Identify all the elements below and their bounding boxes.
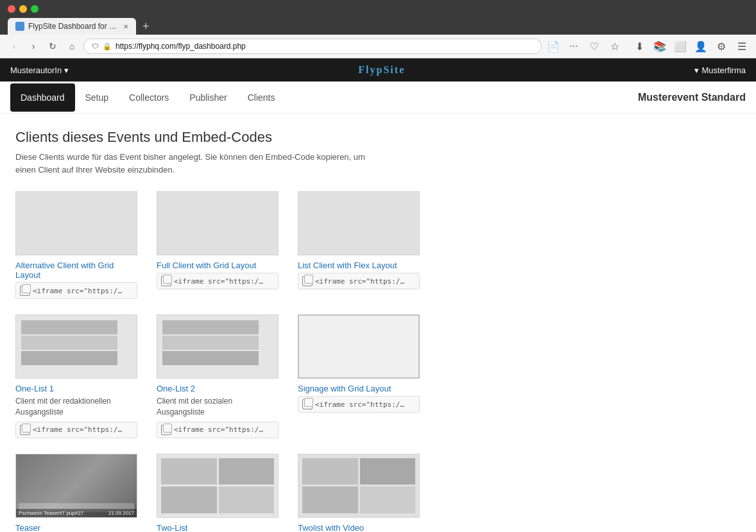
page-title: Clients dieses Events und Embed-Codes	[15, 129, 562, 146]
maximize-window-button[interactable]	[31, 5, 39, 13]
user-dropdown-icon: ▾	[64, 65, 69, 75]
client-thumbnail-one-list-1	[15, 314, 137, 379]
client-name-twolist-video[interactable]: Twolist with Video	[298, 523, 420, 532]
tab-favicon	[15, 22, 24, 31]
tab-collectors[interactable]: Collectors	[119, 83, 179, 112]
thumb-placeholder	[16, 192, 137, 255]
home-button[interactable]: ⌂	[64, 39, 80, 54]
browser-tab-active[interactable]: FlypSite Dashboard for "muste... ✕	[8, 18, 136, 35]
new-tab-button[interactable]: +	[139, 20, 153, 33]
close-window-button[interactable]	[8, 5, 15, 13]
client-thumbnail-twolist-video	[298, 454, 420, 518]
tab-publisher[interactable]: Publisher	[179, 83, 237, 112]
client-thumbnail-alt-grid	[15, 191, 137, 255]
refresh-button[interactable]: ↻	[45, 39, 60, 54]
client-card-list-flex: List Client with Flex Layout <iframe src…	[298, 191, 420, 299]
client-name-alt-grid[interactable]: Alternative Client with Grid Layout	[15, 261, 137, 280]
copy-embed-button-2[interactable]	[302, 276, 313, 286]
brand-name: FlypSite	[358, 64, 405, 75]
window-controls	[8, 5, 39, 13]
copy-embed-button-5[interactable]	[302, 399, 313, 409]
user-name: MusterautorIn	[10, 65, 62, 75]
copy-embed-button-0[interactable]	[20, 286, 30, 296]
account-icon[interactable]: 👤	[693, 39, 709, 54]
minimize-window-button[interactable]	[19, 5, 27, 13]
client-subtitle-one-list-2: Client mit der sozialen Ausgangsliste	[157, 396, 279, 418]
client-thumbnail-two-list	[157, 454, 279, 518]
star-icon[interactable]: ☆	[607, 39, 623, 54]
forward-button[interactable]: ›	[26, 39, 41, 54]
thumb-blocks-one-list-1	[16, 315, 137, 378]
client-thumbnail-signage-grid	[298, 314, 420, 379]
browser-toolbar: ‹ › ↻ ⌂ 🛡 🔒 https://flyphq.com/flyp_dash…	[0, 35, 756, 58]
copy-embed-button-4[interactable]	[161, 425, 171, 435]
tab-clients[interactable]: Clients	[237, 83, 286, 112]
download-icon[interactable]: ⬇	[631, 39, 647, 54]
browser-window: FlypSite Dashboard for "muste... ✕ + ‹ ›…	[0, 0, 756, 532]
app-shell: MusterautorIn ▾ FlypSite ▾ Musterfirma D…	[0, 58, 756, 532]
shield-icon: 🛡	[92, 42, 99, 50]
client-name-list-flex[interactable]: List Client with Flex Layout	[298, 261, 420, 270]
client-card-teaser: Pschwerin Teaser#T pup#27 21.09.2017 Tea…	[15, 454, 137, 532]
client-card-one-list-2: One-List 2 Client mit der sozialen Ausga…	[157, 314, 279, 438]
client-card-two-list: Two-List Client mit zwei Listen <iframe …	[157, 454, 279, 532]
thumb-placeholder	[157, 192, 278, 255]
embed-code-text-4: <iframe src="https://live...	[174, 425, 264, 434]
tab-view-icon[interactable]: ⬜	[673, 39, 688, 54]
address-bar[interactable]: 🛡 🔒 https://flyphq.com/flyp_dashboard.ph…	[83, 39, 542, 54]
copy-embed-button-3[interactable]	[20, 425, 30, 435]
reader-mode-icon[interactable]: 📄	[546, 39, 561, 54]
client-embed-one-list-2: <iframe src="https://live...	[157, 422, 279, 438]
app-brand: FlypSite	[358, 64, 405, 76]
embed-code-text-2: <iframe src="https://live...	[315, 277, 405, 286]
client-card-twolist-video: Twolist with Video Client mit zwei Liste…	[298, 454, 420, 532]
client-name-one-list-2[interactable]: One-List 2	[157, 384, 279, 393]
company-dropdown-icon: ▾	[694, 65, 699, 75]
client-card-full-grid: Full Client with Grid Layout <iframe src…	[157, 191, 279, 299]
thumb-two-list	[157, 454, 278, 517]
client-embed-one-list-1: <iframe src="https://live...	[15, 422, 137, 438]
client-card-alt-grid: Alternative Client with Grid Layout <ifr…	[15, 191, 137, 299]
tab-setup[interactable]: Setup	[75, 83, 119, 112]
more-icon[interactable]: ···	[566, 39, 581, 54]
client-embed-signage-grid: <iframe src="https://live...	[298, 396, 420, 413]
tab-dashboard[interactable]: Dashboard	[10, 83, 75, 112]
client-name-teaser[interactable]: Teaser	[15, 523, 137, 532]
client-card-one-list-1: One-List 1 Client mit der redaktionellen…	[15, 314, 137, 438]
thumb-teaser-image: Pschwerin Teaser#T pup#27 21.09.2017	[16, 454, 137, 517]
client-thumbnail-list-flex	[298, 191, 420, 255]
tab-close-icon[interactable]: ✕	[123, 23, 128, 30]
url-display: https://flyphq.com/flyp_dashboard.php	[116, 42, 533, 51]
embed-code-text-0: <iframe src="https://live...	[33, 287, 123, 295]
clients-grid: Alternative Client with Grid Layout <ifr…	[15, 191, 562, 532]
toolbar-icons: 📄 ··· ♡ ☆	[546, 39, 623, 54]
embed-code-text-1: <iframe src="https://live...	[174, 277, 264, 286]
thumb-placeholder	[298, 192, 419, 255]
browser-extra-icons: ⬇ 📚 ⬜ 👤 ⚙ ☰	[631, 39, 750, 54]
client-name-one-list-1[interactable]: One-List 1	[15, 384, 137, 393]
app-navbar: Dashboard Setup Collectors Publisher Cli…	[0, 82, 756, 114]
bookmark-icon[interactable]: ♡	[587, 39, 602, 54]
browser-tab-bar: FlypSite Dashboard for "muste... ✕ +	[0, 18, 756, 35]
client-subtitle-one-list-1: Client mit der redaktionellen Ausgangsli…	[15, 396, 137, 418]
page-description: Diese Clients wurde für das Event bisher…	[15, 151, 562, 176]
thumb-blocks-one-list-2	[157, 315, 278, 378]
app-topbar: MusterautorIn ▾ FlypSite ▾ Musterfirma	[0, 58, 756, 82]
company-menu[interactable]: ▾ Musterfirma	[694, 65, 746, 75]
client-embed-full-grid: <iframe src="https://live...	[157, 273, 279, 289]
lock-icon: 🔒	[103, 42, 112, 51]
client-name-signage-grid[interactable]: Signage with Grid Layout	[298, 384, 420, 393]
embed-code-text-3: <iframe src="https://live...	[33, 425, 123, 434]
browser-titlebar	[0, 0, 756, 18]
extensions-icon[interactable]: ⚙	[714, 39, 729, 54]
back-button[interactable]: ‹	[6, 39, 22, 54]
client-embed-alt-grid: <iframe src="https://live...	[15, 282, 137, 299]
user-menu[interactable]: MusterautorIn ▾	[10, 65, 69, 75]
menu-icon[interactable]: ☰	[734, 39, 750, 54]
client-name-two-list[interactable]: Two-List	[157, 523, 279, 532]
client-name-full-grid[interactable]: Full Client with Grid Layout	[157, 261, 279, 270]
library-icon[interactable]: 📚	[652, 39, 667, 54]
client-embed-list-flex: <iframe src="https://live...	[298, 273, 420, 289]
thumb-twolist-video	[298, 454, 419, 517]
copy-embed-button-1[interactable]	[161, 276, 171, 286]
